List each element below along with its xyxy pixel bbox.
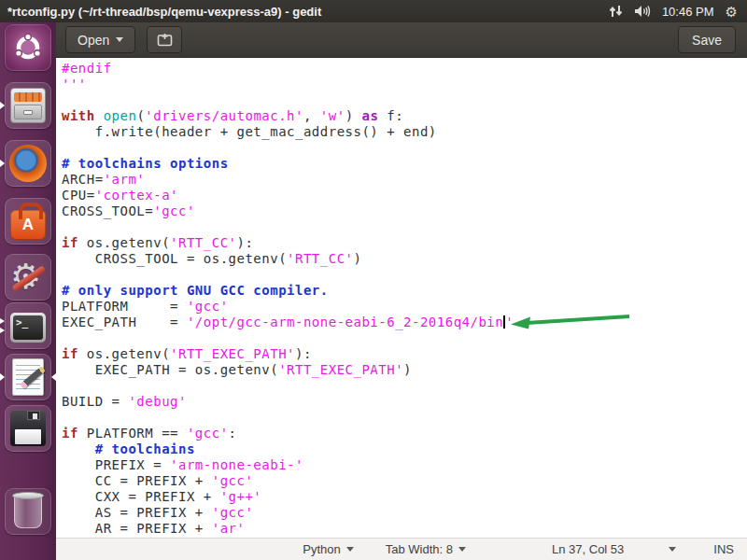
focused-indicator-gedit <box>51 373 56 381</box>
language-selector[interactable]: Python <box>303 542 353 556</box>
running-indicator-files <box>0 102 5 109</box>
gedit-headerbar: Open Save <box>56 22 747 58</box>
annotation-arrow-icon <box>510 313 631 331</box>
launcher-item-floppy[interactable] <box>5 405 51 452</box>
settings-gear-wrench-icon: ⚙ <box>8 258 48 297</box>
system-tray: 10:46 PM ⚙ <box>609 5 747 19</box>
unity-launcher: A ⚙ >_ <box>0 22 56 560</box>
launcher-item-files[interactable] <box>5 82 51 129</box>
chevron-down-icon <box>116 37 123 42</box>
launcher-item-terminal[interactable]: >_ <box>5 302 51 349</box>
insert-mode-indicator: INS <box>713 542 734 556</box>
text-editor-area[interactable]: #endif''' with open('drivers/automac.h',… <box>56 58 747 538</box>
chevron-down-icon[interactable] <box>669 547 676 552</box>
clock[interactable]: 10:46 PM <box>662 5 714 19</box>
open-button[interactable]: Open <box>65 26 135 53</box>
volume-icon[interactable] <box>634 5 651 18</box>
chevron-down-icon <box>458 547 466 552</box>
top-panel: *rtconfig.py (~/rt-thread/bsp/qemu-vexpr… <box>0 0 747 22</box>
running-indicator-terminal-2 <box>0 328 5 333</box>
launcher-item-trash[interactable] <box>5 488 51 535</box>
launcher-item-firefox[interactable] <box>5 140 51 187</box>
network-icon[interactable] <box>609 5 623 18</box>
language-label: Python <box>303 542 340 556</box>
floppy-disk-icon <box>10 411 46 446</box>
chevron-down-icon <box>346 547 354 552</box>
code-lines: #endif''' with open('drivers/automac.h',… <box>56 58 747 537</box>
desktop: *rtconfig.py (~/rt-thread/bsp/qemu-vexpr… <box>0 0 747 560</box>
cursor-position-label: Ln 37, Col 53 <box>552 542 624 556</box>
ubuntu-logo-icon <box>12 32 44 63</box>
launcher-item-system-settings[interactable]: ⚙ <box>5 254 51 301</box>
window-title: *rtconfig.py (~/rt-thread/bsp/qemu-vexpr… <box>0 5 321 19</box>
launcher-item-ubuntu-dash[interactable] <box>5 24 51 71</box>
running-indicator-gedit <box>0 373 5 381</box>
gedit-statusbar: Python Tab Width: 8 Ln 37, Col 53 INS <box>56 538 747 560</box>
tab-width-selector[interactable]: Tab Width: 8 <box>386 542 466 556</box>
launcher-item-ubuntu-software[interactable]: A <box>5 198 51 245</box>
launcher-item-gedit[interactable] <box>5 354 51 400</box>
gedit-icon <box>12 358 44 396</box>
open-button-label: Open <box>78 33 109 48</box>
tab-width-label: Tab Width: 8 <box>386 542 453 556</box>
session-gear-icon[interactable]: ⚙ <box>726 5 738 19</box>
cursor-position[interactable]: Ln 37, Col 53 <box>552 542 624 556</box>
running-indicator-firefox <box>0 160 5 167</box>
new-document-button[interactable] <box>147 26 182 53</box>
save-button[interactable]: Save <box>678 26 736 53</box>
software-bag-icon: A <box>10 210 46 240</box>
terminal-icon: >_ <box>10 313 46 343</box>
file-cabinet-icon <box>10 88 46 123</box>
trash-icon <box>14 495 42 528</box>
new-document-icon <box>157 33 173 47</box>
running-indicator-terminal-1 <box>0 318 5 324</box>
firefox-icon <box>9 145 47 182</box>
save-button-label: Save <box>692 33 722 48</box>
